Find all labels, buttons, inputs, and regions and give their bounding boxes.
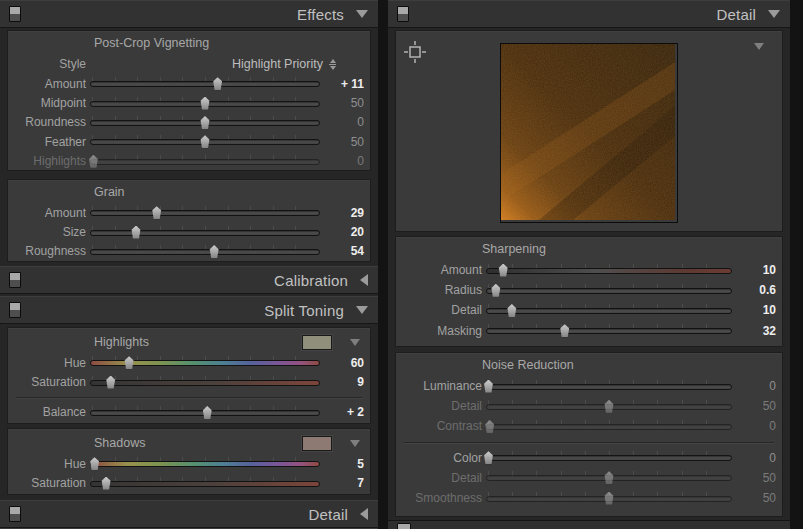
slider-track-bar[interactable] bbox=[90, 461, 320, 467]
slider-label: Radius bbox=[402, 283, 482, 297]
column-divider bbox=[378, 0, 388, 529]
slider-track-bar[interactable] bbox=[486, 268, 732, 274]
slider-track[interactable] bbox=[486, 321, 732, 340]
slider-track[interactable] bbox=[486, 377, 732, 396]
slider-label: Hue bbox=[14, 356, 86, 370]
slider-row: Highlights 0 bbox=[14, 152, 364, 171]
effects-panel-header[interactable]: Effects bbox=[0, 0, 378, 28]
slider-value[interactable]: 20 bbox=[324, 225, 364, 239]
split-toning-panel-header[interactable]: Split Toning bbox=[0, 296, 378, 324]
slider-value[interactable]: 10 bbox=[736, 303, 776, 317]
slider-label: Balance bbox=[14, 405, 86, 419]
panel-toggle-icon[interactable] bbox=[397, 6, 409, 22]
slider-track[interactable] bbox=[486, 301, 732, 320]
slider-value[interactable]: 50 bbox=[736, 491, 776, 505]
slider-track-bar[interactable] bbox=[90, 81, 320, 87]
slider-track-bar[interactable] bbox=[90, 210, 320, 216]
slider-value[interactable]: 5 bbox=[324, 457, 364, 471]
slider-value[interactable]: 50 bbox=[324, 96, 364, 110]
slider-track-bar[interactable] bbox=[90, 249, 320, 255]
slider-track[interactable] bbox=[486, 489, 732, 508]
shadows-collapse-triangle-icon[interactable] bbox=[350, 440, 360, 447]
slider-track[interactable] bbox=[90, 223, 320, 242]
slider-value[interactable]: 10 bbox=[736, 263, 776, 277]
sharpen-preview-image[interactable] bbox=[500, 43, 678, 223]
shadows-color-swatch[interactable] bbox=[302, 436, 332, 451]
noise-reduction-section: Noise Reduction Luminance 0 Detail 50 Co… bbox=[395, 352, 783, 517]
detail-panel-header[interactable]: Detail bbox=[388, 0, 790, 28]
slider-value[interactable]: + 11 bbox=[324, 77, 364, 91]
preview-collapse-triangle-icon[interactable] bbox=[754, 43, 764, 50]
slider-track[interactable] bbox=[90, 74, 320, 93]
slider-value[interactable]: 0 bbox=[736, 451, 776, 465]
slider-track-bar[interactable] bbox=[486, 328, 732, 334]
slider-track[interactable] bbox=[486, 397, 732, 416]
panel-toggle-icon[interactable] bbox=[9, 272, 21, 288]
slider-track-bar[interactable] bbox=[486, 455, 732, 461]
slider-track-bar[interactable] bbox=[486, 384, 732, 390]
highlights-collapse-triangle-icon[interactable] bbox=[350, 339, 360, 346]
chevron-left-icon[interactable] bbox=[360, 508, 368, 520]
style-dropdown[interactable]: Highlight Priority bbox=[86, 57, 364, 71]
slider-track[interactable] bbox=[90, 132, 320, 151]
style-dropdown-value[interactable]: Highlight Priority bbox=[232, 57, 323, 71]
slider-track-bar[interactable] bbox=[90, 481, 320, 487]
panel-toggle-icon[interactable] bbox=[9, 506, 21, 522]
slider-value[interactable]: 0 bbox=[736, 379, 776, 393]
style-row: Style Highlight Priority bbox=[14, 54, 364, 74]
slider-row: Amount 29 bbox=[14, 203, 364, 222]
shadows-header-row: Shadows bbox=[14, 429, 364, 454]
slider-track[interactable] bbox=[90, 373, 320, 392]
slider-track[interactable] bbox=[90, 203, 320, 222]
slider-track[interactable] bbox=[90, 474, 320, 493]
slider-value[interactable]: 32 bbox=[736, 324, 776, 338]
slider-track[interactable] bbox=[90, 403, 320, 422]
chevron-left-icon[interactable] bbox=[360, 274, 368, 286]
zoom-target-icon[interactable] bbox=[404, 41, 426, 67]
slider-track[interactable] bbox=[486, 468, 732, 487]
chevron-down-icon[interactable] bbox=[356, 10, 368, 18]
slider-value[interactable]: 9 bbox=[324, 375, 364, 389]
slider-track-bar[interactable] bbox=[486, 288, 732, 294]
highlights-color-swatch[interactable] bbox=[302, 335, 332, 350]
grain-title: Grain bbox=[94, 180, 364, 203]
slider-value[interactable]: 0 bbox=[736, 419, 776, 433]
calibration-panel-header[interactable]: Calibration bbox=[0, 266, 378, 294]
slider-value[interactable]: 7 bbox=[324, 476, 364, 490]
slider-track-bar[interactable] bbox=[90, 230, 320, 236]
slider-track-bar[interactable] bbox=[90, 380, 320, 386]
chevron-down-icon[interactable] bbox=[768, 10, 780, 18]
slider-track[interactable] bbox=[90, 113, 320, 132]
slider-value[interactable]: 29 bbox=[324, 206, 364, 220]
slider-label: Detail bbox=[402, 303, 482, 317]
slider-track[interactable] bbox=[90, 94, 320, 113]
slider-value[interactable]: 50 bbox=[736, 399, 776, 413]
slider-value[interactable]: 50 bbox=[324, 135, 364, 149]
slider-track[interactable] bbox=[90, 353, 320, 372]
slider-track[interactable] bbox=[90, 454, 320, 473]
slider-track-bar[interactable] bbox=[90, 159, 320, 165]
chevron-down-icon[interactable] bbox=[356, 306, 368, 314]
slider-track[interactable] bbox=[486, 448, 732, 467]
slider-value[interactable]: 50 bbox=[736, 471, 776, 485]
slider-value[interactable]: 0 bbox=[324, 115, 364, 129]
slider-track[interactable] bbox=[486, 261, 732, 280]
slider-value[interactable]: 0 bbox=[324, 154, 364, 168]
slider-track[interactable] bbox=[90, 152, 320, 171]
slider-track-bar[interactable] bbox=[486, 424, 732, 430]
updown-arrows-icon[interactable] bbox=[329, 59, 336, 70]
slider-track[interactable] bbox=[90, 242, 320, 261]
detail-panel-title: Detail bbox=[308, 506, 348, 523]
slider-value[interactable]: 0.6 bbox=[736, 283, 776, 297]
panel-toggle-icon[interactable] bbox=[397, 523, 411, 529]
slider-track-bar[interactable] bbox=[486, 308, 732, 314]
detail-panel-header-collapsed[interactable]: Detail bbox=[0, 500, 378, 528]
slider-track-bar[interactable] bbox=[90, 360, 320, 366]
slider-track[interactable] bbox=[486, 417, 732, 436]
slider-value[interactable]: + 2 bbox=[324, 405, 364, 419]
panel-toggle-icon[interactable] bbox=[9, 302, 21, 318]
slider-value[interactable]: 60 bbox=[324, 356, 364, 370]
slider-value[interactable]: 54 bbox=[324, 244, 364, 258]
slider-track[interactable] bbox=[486, 281, 732, 300]
panel-toggle-icon[interactable] bbox=[9, 6, 21, 22]
